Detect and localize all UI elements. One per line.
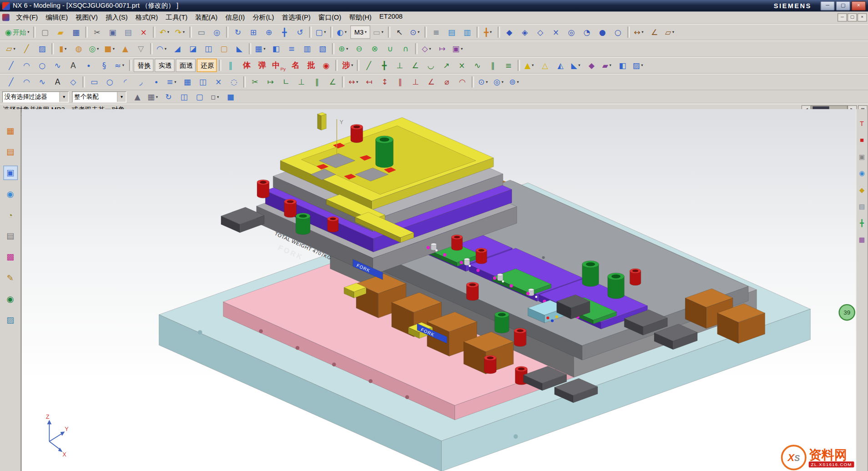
operation-navigator-icon[interactable]: ◉: [3, 187, 18, 201]
angular-dimension-button[interactable]: ∠: [424, 75, 439, 89]
trim-body-button[interactable]: ◪: [186, 42, 200, 55]
process-studio-icon[interactable]: ✎: [3, 271, 18, 286]
sketch-line-button[interactable]: ╱: [362, 59, 376, 72]
wcs-dynamics-button[interactable]: ╋▼: [481, 25, 495, 39]
menu-item-11[interactable]: 窗口(O): [314, 12, 345, 24]
dropdown-arrow-icon[interactable]: ▼: [13, 47, 16, 50]
center-text-button[interactable]: 中Py: [270, 59, 287, 72]
menu-item-10[interactable]: 首选项(P): [278, 12, 314, 24]
instance-geometry-button[interactable]: ◇▼: [419, 42, 434, 55]
offset-surface-button[interactable]: ≡: [284, 42, 299, 55]
refresh-selection-button[interactable]: ↻: [161, 90, 176, 103]
studio-spline-button[interactable]: ∿: [50, 59, 65, 72]
spring-text-button[interactable]: 弹: [254, 59, 269, 72]
refresh-button[interactable]: ↻: [231, 25, 245, 39]
selection-filter-combo[interactable]: 没有选择过滤器 ▼: [2, 91, 69, 102]
history-palette-icon[interactable]: ◔: [3, 208, 18, 222]
open-button[interactable]: ▰: [53, 25, 68, 39]
tooling-bar-button[interactable]: ▰▼: [600, 59, 615, 72]
fit-view-button[interactable]: ⊞: [246, 25, 261, 39]
thicken-button[interactable]: ▥: [300, 42, 314, 55]
snap-point-on-curve-button[interactable]: ○: [611, 25, 625, 39]
maximize-button[interactable]: ▢: [836, 1, 850, 10]
snap-intersection-button[interactable]: ×: [549, 25, 563, 39]
dropdown-arrow-icon[interactable]: ▼: [460, 47, 463, 50]
fillet-sketch-button[interactable]: ◜: [118, 75, 133, 89]
menu-item-7[interactable]: 装配(A): [192, 12, 222, 24]
tooling-triangle-button[interactable]: ▲▼: [522, 59, 537, 72]
circle-tool-1-button[interactable]: ⊙▼: [476, 75, 491, 89]
comment-count-badge[interactable]: 39: [838, 304, 855, 321]
sphere-icon[interactable]: ◉: [856, 168, 867, 179]
plus-tool-icon[interactable]: ╋: [856, 218, 867, 229]
quick-extend-button[interactable]: ↦: [263, 75, 278, 89]
view-m3-button[interactable]: M3▼: [350, 25, 370, 39]
snapshot-button[interactable]: ▦▼: [146, 90, 160, 103]
rectangle-select-button[interactable]: ▫▼: [208, 90, 222, 103]
start-button[interactable]: ◉开始▼: [4, 25, 31, 39]
mdi-close-button[interactable]: ×: [858, 13, 867, 21]
sketch-button[interactable]: ▨: [35, 42, 50, 55]
part-navigator-icon[interactable]: ▣: [3, 165, 18, 180]
roles-icon[interactable]: ◉: [3, 292, 18, 306]
dropdown-arrow-icon[interactable]: ▼: [381, 30, 384, 34]
dropdown-arrow-icon[interactable]: ▼: [485, 80, 489, 84]
radius-dimension-button[interactable]: ◠: [455, 75, 469, 89]
mdi-minimize-button[interactable]: ─: [838, 13, 847, 21]
menu-item-8[interactable]: 信息(I): [222, 12, 249, 24]
layer-visible-button[interactable]: ▤: [444, 25, 459, 39]
text-curve-button[interactable]: A: [66, 59, 81, 72]
menu-item-1[interactable]: 文件(F): [12, 12, 42, 24]
layer-settings-button[interactable]: ≡: [429, 25, 444, 39]
dropdown-arrow-icon[interactable]: ▼: [64, 47, 67, 50]
dropdown-arrow-icon[interactable]: ▼: [174, 80, 177, 84]
tooling-half-button[interactable]: ◧: [616, 59, 630, 72]
dropdown-arrow-icon[interactable]: ▼: [489, 30, 492, 34]
datum-axis-button[interactable]: ╱: [20, 42, 34, 55]
dropdown-arrow-icon[interactable]: ▼: [355, 80, 358, 84]
circle-tool-3-button[interactable]: ⊚▼: [507, 75, 522, 89]
dropdown-arrow-icon[interactable]: ▼: [501, 80, 504, 84]
horizontal-dimension-button[interactable]: ↤: [362, 75, 377, 89]
hole-button[interactable]: ◎▼: [87, 42, 101, 55]
curve-circle-button[interactable]: ○: [35, 59, 50, 72]
patch-button[interactable]: ∩: [399, 42, 413, 55]
select-face-button[interactable]: ◫: [177, 90, 192, 103]
curve-line-button[interactable]: ╱: [4, 59, 19, 72]
section-bars-button[interactable]: ‖: [223, 59, 238, 72]
restore-button[interactable]: 还原: [197, 59, 217, 72]
system-scenes-icon[interactable]: ▨: [3, 313, 18, 327]
minimize-button[interactable]: ─: [820, 1, 835, 10]
clip-list-icon[interactable]: ▤: [856, 201, 867, 212]
dropdown-arrow-icon[interactable]: ▼: [323, 30, 327, 34]
sketch-cross-button[interactable]: ×: [454, 59, 469, 72]
redo-button[interactable]: ↷▼: [173, 25, 187, 39]
intersect-button[interactable]: ⊗: [368, 42, 382, 55]
datum-plane-button[interactable]: ▱▼: [4, 42, 19, 55]
grid-tool-icon[interactable]: ▦: [856, 234, 867, 245]
quick-trim-button[interactable]: ✂: [248, 75, 262, 89]
vertical-dimension-button[interactable]: ↕: [378, 75, 392, 89]
assembly-cube-button[interactable]: ■: [223, 90, 238, 103]
selection-arrow-button[interactable]: ↖: [392, 25, 407, 39]
tooling-corner-button[interactable]: ◣▼: [569, 59, 583, 72]
chamfer-button[interactable]: ◢: [170, 42, 185, 55]
dropdown-arrow-icon[interactable]: ▼: [531, 64, 534, 67]
snap-point-button[interactable]: ⊙▼: [408, 25, 422, 39]
sketch-point-button[interactable]: ╋: [377, 59, 392, 72]
circle-tool-2-button[interactable]: ◎▼: [492, 75, 506, 89]
interference-text-button[interactable]: 涉▼: [340, 59, 355, 72]
move-face-button[interactable]: ↦: [435, 42, 449, 55]
solid-translucency-button[interactable]: 实透: [155, 59, 175, 72]
delete-button[interactable]: ×: [136, 25, 151, 39]
dropdown-arrow-icon[interactable]: ▼: [344, 30, 347, 34]
red-block-icon[interactable]: ■: [856, 135, 867, 145]
curve-arc-button[interactable]: ◠: [20, 59, 34, 72]
dropdown-arrow-icon[interactable]: ▼: [182, 30, 185, 34]
tooling-outline-button[interactable]: △: [538, 59, 552, 72]
menu-item-4[interactable]: 插入(S): [101, 12, 131, 24]
split-body-button[interactable]: ◫: [201, 42, 216, 55]
sketch-offset-button[interactable]: ≡: [501, 59, 516, 72]
menu-item-3[interactable]: 视图(V): [72, 12, 102, 24]
dropdown-arrow-icon[interactable]: ▼: [429, 47, 432, 50]
